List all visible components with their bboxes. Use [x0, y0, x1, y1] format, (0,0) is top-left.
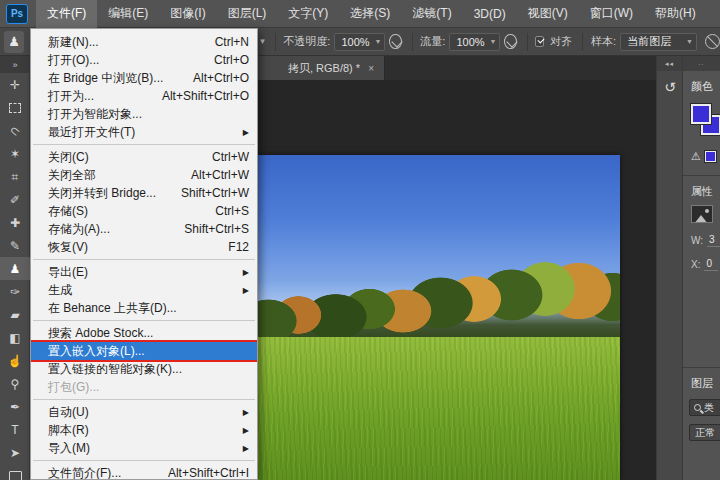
- type-tool-icon[interactable]: T: [0, 418, 30, 441]
- tool-preset-chevron-icon[interactable]: ▼: [256, 33, 268, 51]
- photoshop-window: Ps 文件(F)编辑(E)图像(I)图层(L)文字(Y)选择(S)滤镜(T)3D…: [0, 0, 720, 480]
- menu-help[interactable]: 帮助(H): [644, 0, 707, 28]
- align-checkbox[interactable]: [535, 36, 544, 47]
- file-menu-item[interactable]: 生成▶: [31, 281, 257, 299]
- menu-3d[interactable]: 3D(D): [463, 0, 517, 28]
- toolbar-collapse-icon[interactable]: »: [0, 56, 30, 73]
- menu-select[interactable]: 选择(S): [339, 0, 401, 28]
- blend-mode-select[interactable]: 正常: [689, 424, 720, 441]
- panel-grip[interactable]: ∙∙: [683, 56, 720, 71]
- width-value[interactable]: 3: [707, 234, 720, 247]
- close-tab-icon[interactable]: ×: [368, 63, 374, 74]
- clone-stamp-tool-icon[interactable]: ♟: [0, 257, 30, 280]
- healing-brush-tool-icon[interactable]: ✚: [0, 211, 30, 234]
- tools-panel: » ✛⊂✶⌗✐✚✎♟✑▰◧☝⚲✒T➤: [0, 56, 30, 480]
- move-tool-icon[interactable]: ✛: [0, 73, 30, 96]
- file-menu-item[interactable]: 新建(N)...Ctrl+N: [31, 33, 257, 51]
- menu-item-label: 恢复(V): [48, 239, 88, 256]
- file-menu-item[interactable]: 最近打开文件(T)▶: [31, 123, 257, 141]
- airbrush-icon[interactable]: [504, 34, 516, 49]
- marquee-tool-icon[interactable]: [0, 96, 30, 119]
- file-menu-item[interactable]: 恢复(V)F12: [31, 238, 257, 256]
- file-menu-item[interactable]: 自动(U)▶: [31, 403, 257, 421]
- foreground-color-swatch[interactable]: [691, 104, 711, 124]
- sample-select[interactable]: 当前图层 ▼: [620, 33, 697, 51]
- document-tab[interactable]: 拷贝, RGB/8) * ×: [240, 56, 385, 80]
- crop-tool-icon[interactable]: ⌗: [0, 165, 30, 188]
- divider: [412, 33, 413, 51]
- file-menu-item[interactable]: 存储(S)Ctrl+S: [31, 202, 257, 220]
- x-value[interactable]: 0: [704, 258, 718, 271]
- menu-filter[interactable]: 滤镜(T): [401, 0, 462, 28]
- ignore-adjustment-layers-icon[interactable]: [705, 34, 720, 49]
- menu-item-label: 关闭全部: [48, 167, 96, 184]
- history-panel-icon[interactable]: ↺: [657, 75, 683, 99]
- file-menu-item[interactable]: 导入(M)▶: [31, 439, 257, 457]
- chevron-down-icon[interactable]: ▼: [490, 38, 497, 45]
- submenu-arrow-icon: ▶: [237, 268, 249, 277]
- brush-tool-icon[interactable]: ✎: [0, 234, 30, 257]
- eyedropper-tool-icon[interactable]: ✐: [0, 188, 30, 211]
- file-menu-item[interactable]: 置入链接的智能对象(K)...: [31, 360, 257, 378]
- menu-item-shortcut: Alt+Ctrl+W: [191, 168, 249, 182]
- menu-type[interactable]: 文字(Y): [277, 0, 339, 28]
- file-menu-item[interactable]: 打包(G)...: [31, 378, 257, 396]
- chevron-down-icon[interactable]: ▼: [686, 38, 693, 45]
- chevron-down-icon[interactable]: ▼: [375, 38, 382, 45]
- menu-view[interactable]: 视图(V): [517, 0, 579, 28]
- menu-item-label: 导出(E): [48, 264, 88, 281]
- file-menu-item[interactable]: 关闭并转到 Bridge...Shift+Ctrl+W: [31, 184, 257, 202]
- gradient-tool-icon[interactable]: ◧: [0, 326, 30, 349]
- layers-panel-title[interactable]: 图层: [683, 368, 720, 391]
- gamut-color-swatch[interactable]: [705, 151, 716, 162]
- menu-item-label: 打开为...: [48, 88, 94, 105]
- history-brush-tool-icon[interactable]: ✑: [0, 280, 30, 303]
- menu-item-label: 在 Bridge 中浏览(B)...: [48, 70, 163, 87]
- file-menu-item[interactable]: 置入嵌入对象(L)...: [31, 342, 257, 360]
- menu-edit[interactable]: 编辑(E): [97, 0, 159, 28]
- file-menu-item[interactable]: 打开为...Alt+Shift+Ctrl+O: [31, 87, 257, 105]
- properties-panel-title[interactable]: 属性: [683, 176, 720, 199]
- menu-separator: [33, 320, 255, 321]
- dodge-tool-icon[interactable]: ⚲: [0, 372, 30, 395]
- lasso-tool-icon[interactable]: ⊂: [0, 119, 30, 142]
- menu-file[interactable]: 文件(F): [36, 0, 97, 28]
- color-panel-title[interactable]: 颜色: [683, 71, 720, 94]
- menu-window[interactable]: 窗口(W): [579, 0, 644, 28]
- search-icon: [694, 404, 701, 411]
- magic-wand-tool-icon[interactable]: ✶: [0, 142, 30, 165]
- menu-item-label: 最近打开文件(T): [48, 124, 135, 141]
- file-menu-item[interactable]: 关闭全部Alt+Ctrl+W: [31, 166, 257, 184]
- eraser-tool-icon[interactable]: ▰: [0, 303, 30, 326]
- file-menu-item[interactable]: 脚本(R)▶: [31, 421, 257, 439]
- tool-preset-icon[interactable]: ♟: [4, 31, 24, 53]
- path-select-tool-icon[interactable]: ➤: [0, 441, 30, 464]
- menu-layer[interactable]: 图层(L): [217, 0, 278, 28]
- menu-item-label: 打包(G)...: [48, 379, 99, 396]
- menu-image[interactable]: 图像(I): [159, 0, 216, 28]
- rectangle-tool-icon[interactable]: [0, 464, 30, 480]
- file-menu-item[interactable]: 在 Bridge 中浏览(B)...Alt+Ctrl+O: [31, 69, 257, 87]
- smudge-tool-icon[interactable]: ☝: [0, 349, 30, 372]
- pen-tool-icon[interactable]: ✒: [0, 395, 30, 418]
- dock-collapse-icon[interactable]: ◂◂: [657, 56, 682, 71]
- menu-item-shortcut: F12: [228, 240, 249, 254]
- file-menu-item[interactable]: 搜索 Adobe Stock...: [31, 324, 257, 342]
- sample-label: 样本:: [591, 34, 616, 49]
- file-menu-item[interactable]: 关闭(C)Ctrl+W: [31, 148, 257, 166]
- file-menu-item[interactable]: 打开为智能对象...: [31, 105, 257, 123]
- document-image[interactable]: [246, 155, 620, 480]
- flow-field[interactable]: 100% ▼: [449, 33, 500, 51]
- menu-item-label: 自动(U): [48, 404, 89, 421]
- menu-item-shortcut: Alt+Shift+Ctrl+O: [162, 89, 249, 103]
- file-menu-item[interactable]: 打开(O)...Ctrl+O: [31, 51, 257, 69]
- layer-filter-box[interactable]: 类: [689, 399, 720, 416]
- file-menu-item[interactable]: 导出(E)▶: [31, 263, 257, 281]
- photo-grass-field: [246, 337, 620, 480]
- file-menu-item[interactable]: 存储为(A)...Shift+Ctrl+S: [31, 220, 257, 238]
- file-menu-item[interactable]: 文件简介(F)...Alt+Shift+Ctrl+I: [31, 464, 257, 480]
- opacity-field[interactable]: 100% ▼: [334, 33, 385, 51]
- file-menu-item[interactable]: 在 Behance 上共享(D)...: [31, 299, 257, 317]
- menu-item-label: 关闭并转到 Bridge...: [48, 185, 156, 202]
- pen-pressure-opacity-icon[interactable]: [389, 34, 401, 49]
